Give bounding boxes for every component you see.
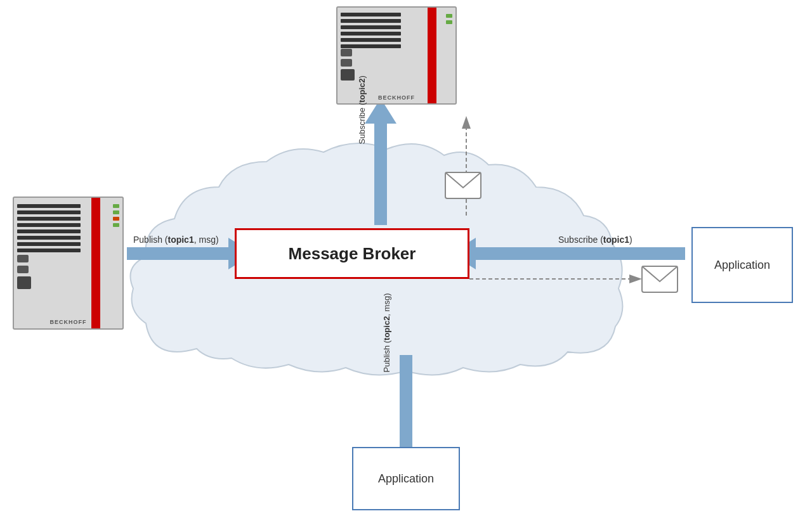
subscribe-right-label: Subscribe (topic1) bbox=[558, 235, 632, 245]
subscribe-top-topic: topic2 bbox=[357, 78, 367, 102]
plc-device-top: BECKHOFF bbox=[336, 6, 457, 105]
diagram-container: BECKHOFF BECKHOFF Message Broker bbox=[0, 0, 812, 523]
publish-bottom-label: Publish (topic2, msg) bbox=[382, 294, 391, 373]
envelope-right bbox=[641, 265, 679, 294]
subscribe-arrow-top bbox=[365, 98, 396, 225]
publish-bottom-topic: topic2 bbox=[382, 316, 391, 340]
publish-left-label: Publish (topic1, msg) bbox=[133, 235, 219, 245]
subscribe-top-label: Subscribe (topic2) bbox=[357, 75, 367, 144]
app-box-right: Application bbox=[691, 227, 793, 303]
broker-label: Message Broker bbox=[289, 244, 416, 264]
app-box-bottom: Application bbox=[352, 447, 460, 510]
app-right-label: Application bbox=[714, 259, 770, 272]
broker-box: Message Broker bbox=[235, 228, 469, 279]
envelope-top bbox=[444, 171, 482, 200]
app-bottom-label: Application bbox=[378, 472, 434, 486]
publish-left-topic: topic1 bbox=[167, 235, 193, 245]
plc-device-left: BECKHOFF bbox=[13, 197, 124, 330]
subscribe-right-topic: topic1 bbox=[603, 235, 629, 245]
